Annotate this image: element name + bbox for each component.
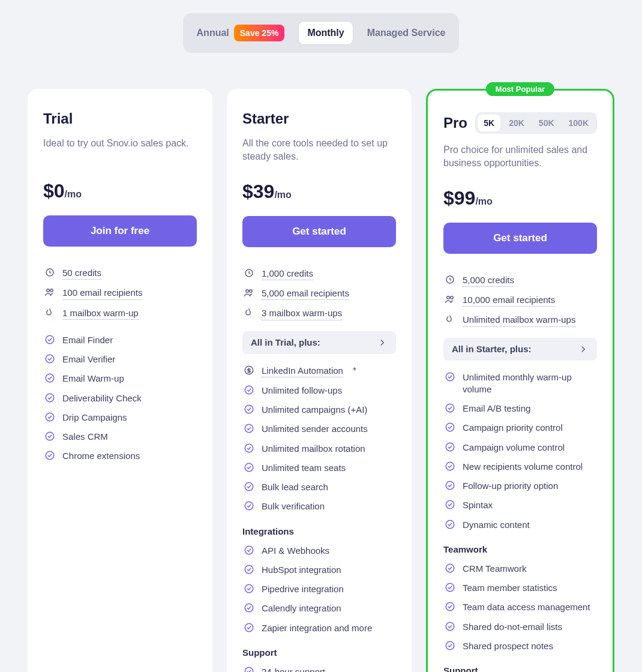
check-icon <box>445 563 455 574</box>
cta-button[interactable]: Get started <box>443 223 597 254</box>
tier-tab-20K[interactable]: 20K <box>503 115 530 131</box>
svg-point-30 <box>446 373 454 381</box>
check-icon <box>445 499 455 510</box>
feature-row: Shared do-not-email lists <box>443 617 597 637</box>
toggle-managed[interactable]: Managed Service <box>358 21 455 45</box>
inclusion-bar[interactable]: All in Starter, plus: <box>443 338 597 361</box>
group-heading: Integrations <box>242 526 396 536</box>
check-icon <box>244 462 254 473</box>
check-icon <box>244 481 254 492</box>
feature-label: Unlimited team seats <box>262 462 346 474</box>
feature-row: Team member statistics <box>443 578 597 598</box>
feature-row: Unlimited follow-ups <box>242 381 396 400</box>
feature-row: LinkedIn Automation* <box>242 361 396 381</box>
check-icon <box>445 442 455 452</box>
tier-tab-50K[interactable]: 50K <box>533 115 560 131</box>
recipients-icon <box>44 287 55 298</box>
svg-point-29 <box>451 296 454 299</box>
tier-tab-5K[interactable]: 5K <box>478 115 500 131</box>
usage-row: 50 credits <box>43 263 197 283</box>
svg-point-5 <box>46 374 54 383</box>
feature-label: Follow-up priority option <box>463 480 558 492</box>
most-popular-badge: Most Popular <box>486 82 554 96</box>
feature-label: Email Finder <box>62 334 113 346</box>
feature-label: Unlimited sender accounts <box>262 423 368 435</box>
check-icon <box>445 371 455 382</box>
toggle-monthly-label: Monthly <box>307 28 344 38</box>
check-icon <box>244 564 254 575</box>
tier-tab-100K[interactable]: 100K <box>563 115 595 131</box>
plan-card-starter: StarterAll the core tools needed to set … <box>227 89 412 672</box>
feature-row: Campaign priority control <box>443 418 597 437</box>
svg-point-15 <box>245 405 253 413</box>
svg-point-33 <box>446 443 454 451</box>
warmup-icon <box>44 307 55 318</box>
usage-label: Unlimited mailbox warm-ups <box>463 314 575 326</box>
svg-point-26 <box>245 667 253 672</box>
svg-point-19 <box>245 482 253 491</box>
svg-point-4 <box>46 355 54 363</box>
feature-row: Bulk lead search <box>242 478 396 497</box>
inclusion-label: All in Trial, plus: <box>251 337 320 347</box>
usage-row: 3 mailbox warm-ups <box>242 304 396 323</box>
check-icon <box>244 545 254 556</box>
chevron-icon <box>377 337 388 348</box>
svg-point-2 <box>50 289 53 292</box>
feature-row: Shared prospect notes <box>443 637 597 656</box>
warmup-icon <box>244 307 254 318</box>
toggle-managed-label: Managed Service <box>367 28 446 38</box>
svg-point-39 <box>446 583 454 592</box>
feature-row: Bulk verification <box>242 497 396 516</box>
feature-row: Follow-up priority option <box>443 476 597 496</box>
feature-row: Chrome extensions <box>43 446 197 466</box>
check-icon <box>244 404 254 415</box>
check-icon <box>44 334 55 345</box>
feature-row: Unlimited monthly warm-up volume <box>443 368 597 400</box>
svg-point-31 <box>446 404 454 412</box>
svg-point-11 <box>246 290 249 293</box>
plan-price: $0/mo <box>43 180 197 202</box>
feature-label: Chrome extensions <box>62 450 140 462</box>
svg-point-22 <box>245 565 253 574</box>
plan-name: Trial <box>43 110 73 127</box>
toggle-annual[interactable]: Annual Save 25% <box>188 18 294 48</box>
feature-row: New recipients volume control <box>443 457 597 476</box>
feature-row: Sales CRM <box>43 427 197 446</box>
cta-button[interactable]: Join for free <box>43 215 197 247</box>
svg-point-38 <box>446 564 454 572</box>
check-icon <box>445 461 455 472</box>
check-icon <box>445 582 455 593</box>
feature-label: HubSpot integration <box>262 564 341 576</box>
plan-card-trial: TrialIdeal to try out Snov.io sales pack… <box>28 89 212 672</box>
svg-point-36 <box>446 501 454 509</box>
feature-row: Deliverability Check <box>43 389 197 408</box>
check-icon <box>244 443 254 454</box>
feature-label: Calendly integration <box>262 602 341 614</box>
svg-point-23 <box>245 584 253 593</box>
toggle-monthly[interactable]: Monthly <box>298 21 353 45</box>
svg-point-14 <box>245 386 253 394</box>
feature-row: Team data access management <box>443 598 597 617</box>
svg-point-16 <box>245 425 253 433</box>
dollar-icon <box>244 365 254 376</box>
group-heading: Teamwork <box>443 544 597 554</box>
inclusion-bar[interactable]: All in Trial, plus: <box>242 331 396 354</box>
feature-row: HubSpot integration <box>242 560 396 580</box>
feature-label: 24-hour support <box>262 666 325 672</box>
feature-row: Campaign volume control <box>443 438 597 457</box>
feature-label: Pipedrive integration <box>262 583 344 595</box>
feature-row: Pipedrive integration <box>242 580 396 599</box>
feature-label: Email A/B testing <box>463 403 530 415</box>
check-icon <box>445 621 455 632</box>
cta-button[interactable]: Get started <box>242 216 396 247</box>
plan-name: Pro <box>443 115 467 131</box>
svg-point-7 <box>46 413 54 421</box>
credits-icon <box>445 274 455 285</box>
svg-point-9 <box>46 452 54 460</box>
chevron-icon <box>578 344 589 355</box>
feature-row: Email A/B testing <box>443 399 597 418</box>
feature-label: Dynamic content <box>463 519 530 531</box>
feature-row: CRM Teamwork <box>443 559 597 578</box>
feature-row: Email Warm-up <box>43 369 197 388</box>
feature-label: CRM Teamwork <box>463 563 526 575</box>
